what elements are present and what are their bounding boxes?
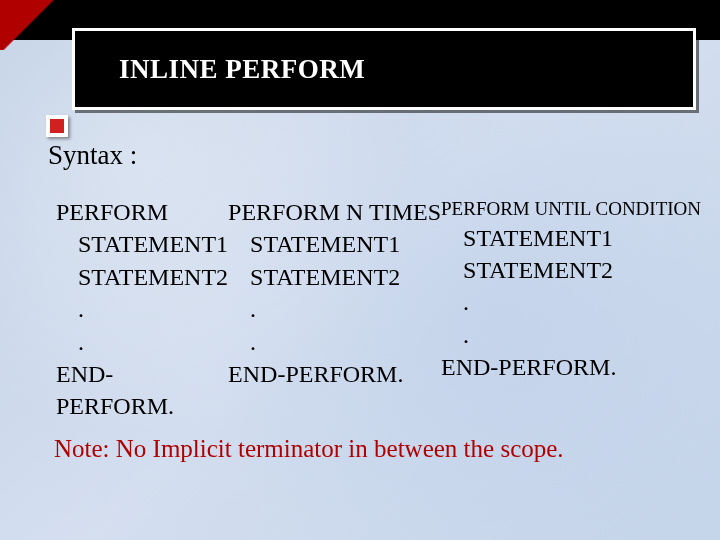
col-header: PERFORM N TIMES — [228, 196, 441, 228]
col-end: END-PERFORM. — [441, 351, 701, 383]
title-box: INLINE PERFORM — [72, 28, 696, 110]
note-text: Note: No Implicit terminator in between … — [54, 435, 564, 463]
syntax-label: Syntax : — [48, 140, 137, 171]
bullet-square-icon — [46, 115, 68, 137]
col-line: STATEMENT1 — [441, 222, 701, 254]
syntax-column-3: PERFORM UNTIL CONDITION STATEMENT1 STATE… — [441, 196, 701, 423]
col-end: END-PERFORM. — [56, 358, 228, 423]
col-line: STATEMENT2 — [228, 261, 441, 293]
syntax-columns: PERFORM STATEMENT1 STATEMENT2 . . END-PE… — [56, 196, 700, 423]
col-line: . — [441, 319, 701, 351]
col-line: . — [56, 293, 228, 325]
syntax-column-2: PERFORM N TIMES STATEMENT1 STATEMENT2 . … — [228, 196, 441, 423]
red-corner-accent — [0, 0, 70, 50]
col-line: STATEMENT1 — [56, 228, 228, 260]
col-line: STATEMENT2 — [441, 254, 701, 286]
col-header: PERFORM UNTIL CONDITION — [441, 196, 701, 222]
col-line: . — [228, 326, 441, 358]
col-line: STATEMENT2 — [56, 261, 228, 293]
col-line: . — [56, 326, 228, 358]
col-header: PERFORM — [56, 196, 228, 228]
col-line: . — [228, 293, 441, 325]
syntax-column-1: PERFORM STATEMENT1 STATEMENT2 . . END-PE… — [56, 196, 228, 423]
slide-title: INLINE PERFORM — [119, 54, 365, 85]
col-line: . — [441, 286, 701, 318]
col-end: END-PERFORM. — [228, 358, 441, 390]
col-line: STATEMENT1 — [228, 228, 441, 260]
